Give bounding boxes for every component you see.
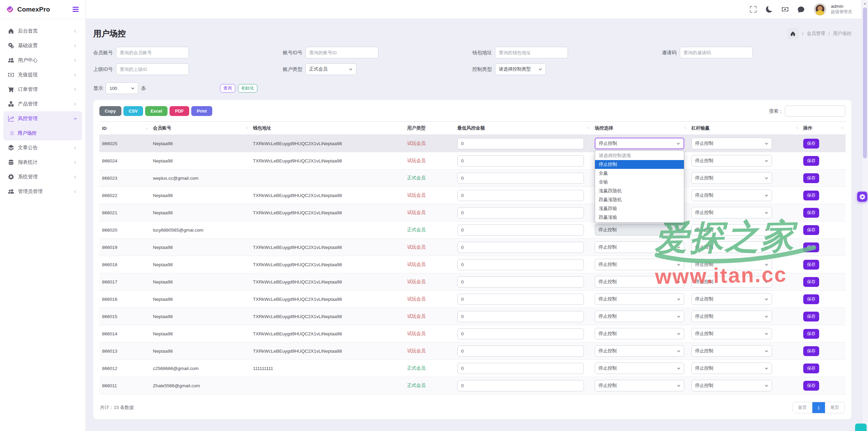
sidebar-item-list[interactable]: 用户场控 (3, 126, 82, 140)
filter-select-5[interactable]: 正式会员 (305, 63, 356, 75)
control-select[interactable]: 停止控制 (595, 328, 684, 339)
scrollbar-up-arrow[interactable]: ▲ (862, 1, 868, 6)
save-button[interactable]: 保存 (803, 260, 819, 270)
export-copy-button[interactable]: Copy (99, 106, 121, 116)
sidebar-item-cart[interactable]: 订单管理 (3, 82, 82, 97)
reset-button[interactable]: 初始化 (238, 84, 258, 93)
save-button[interactable]: 保存 (803, 139, 819, 149)
sidebar-item-home[interactable]: 后台首页 (3, 24, 82, 38)
leverage-select[interactable]: 停止控制 (691, 328, 772, 339)
save-button[interactable]: 保存 (803, 312, 819, 321)
leverage-select[interactable]: 停止控制 (691, 155, 772, 166)
control-select[interactable]: 停止控制 (595, 363, 684, 374)
fullscreen-icon[interactable] (750, 6, 756, 13)
sidebar-item-layers[interactable]: 文章公告 (3, 140, 82, 155)
control-select[interactable]: 停止控制 (595, 311, 684, 322)
sidebar-item-cash[interactable]: 充值提现 (3, 67, 82, 82)
leverage-select[interactable]: 停止控制 (691, 190, 772, 201)
dropdown-option[interactable]: 全输 (595, 178, 684, 187)
sidebar-item-gear[interactable]: 系统管理 (3, 170, 82, 184)
dropdown-option[interactable]: 全赢 (595, 169, 684, 178)
amount-input[interactable] (457, 363, 584, 374)
leverage-select[interactable]: 停止控制 (691, 293, 772, 305)
export-pdf-button[interactable]: PDF (170, 106, 189, 116)
amount-input[interactable] (457, 190, 584, 201)
control-select[interactable]: 停止控制 (595, 293, 684, 305)
control-select[interactable]: 停止控制 (595, 276, 684, 288)
amount-input[interactable] (457, 242, 584, 253)
sidebar-item-chart[interactable]: 风控管理 (3, 111, 82, 126)
control-select[interactable]: 停止控制 (595, 380, 684, 391)
amount-input[interactable] (457, 138, 584, 149)
scrollbar-thumb[interactable] (863, 7, 867, 158)
dropdown-option[interactable]: 跌赢涨输 (595, 213, 684, 222)
export-print-button[interactable]: Print (191, 106, 212, 116)
save-button[interactable]: 保存 (803, 173, 819, 183)
sidebar-item-coins[interactable]: 报表统计 (3, 155, 82, 170)
dropdown-option[interactable]: 涨赢跌输 (595, 204, 684, 213)
column-header[interactable]: ↑↓会员账号 (150, 122, 250, 135)
sort-icon[interactable]: ↑↓ (796, 126, 798, 130)
dropdown-option[interactable]: 跌赢涨随机 (595, 195, 684, 204)
amount-input[interactable] (457, 311, 584, 322)
pagination-page-1[interactable]: 1 (812, 402, 825, 413)
home-icon[interactable] (787, 28, 799, 39)
export-excel-button[interactable]: Excel (145, 106, 167, 116)
search-input[interactable] (785, 105, 845, 117)
sidebar-item-users[interactable]: 用户中心 (3, 53, 82, 67)
leverage-select[interactable]: 停止控制 (691, 345, 772, 357)
column-header[interactable]: ↑↓杠杆输赢 (689, 122, 801, 135)
control-select[interactable]: 停止控制 (595, 138, 684, 149)
leverage-select[interactable]: 停止控制 (691, 224, 772, 236)
sidebar-item-people[interactable]: 管理员管理 (3, 184, 82, 199)
amount-input[interactable] (457, 173, 584, 184)
filter-input-1[interactable] (305, 47, 378, 58)
amount-input[interactable] (457, 155, 584, 166)
leverage-select[interactable]: 停止控制 (691, 259, 772, 270)
save-button[interactable]: 保存 (803, 277, 819, 287)
save-button[interactable]: 保存 (803, 191, 819, 200)
amount-input[interactable] (457, 276, 584, 288)
sort-icon[interactable]: ↑↓ (684, 126, 686, 130)
pagination-first[interactable]: 首页 (793, 402, 812, 413)
dropdown-option[interactable]: 停止控制 (595, 160, 684, 169)
leverage-select[interactable]: 停止控制 (691, 276, 772, 288)
dropdown-option[interactable]: 请选择控制选项 (595, 151, 684, 160)
filter-input-3[interactable] (680, 47, 753, 58)
column-header[interactable]: ↑↓最低风控金额 (455, 122, 592, 135)
leverage-select[interactable]: 停止控制 (691, 380, 772, 391)
amount-input[interactable] (457, 294, 584, 305)
breadcrumb-parent[interactable]: 会员管理 (807, 31, 825, 37)
filter-input-2[interactable] (495, 47, 568, 58)
dark-mode-icon[interactable] (766, 6, 772, 13)
amount-input[interactable] (457, 259, 584, 270)
column-header[interactable]: ↑↓操作 (801, 122, 846, 135)
leverage-select[interactable]: 停止控制 (691, 207, 772, 218)
save-button[interactable]: 保存 (803, 294, 819, 304)
amount-input[interactable] (457, 224, 584, 236)
leverage-select[interactable]: 停止控制 (691, 172, 772, 184)
save-button[interactable]: 保存 (803, 242, 819, 252)
save-button[interactable]: 保存 (803, 381, 819, 391)
pagination-last[interactable]: 尾页 (825, 402, 844, 413)
control-select[interactable]: 停止控制 (595, 224, 684, 236)
scrollbar[interactable]: ▲ ▼ (862, 0, 868, 431)
avatar[interactable] (814, 3, 826, 16)
amount-input[interactable] (457, 380, 584, 391)
sort-icon[interactable]: ↑↓ (145, 126, 147, 130)
corner-widget-button[interactable] (855, 424, 867, 431)
save-button[interactable]: 保存 (803, 208, 819, 218)
column-header[interactable]: ↑↓场控选择 (592, 122, 689, 135)
leverage-select[interactable]: 停止控制 (691, 241, 772, 253)
control-select[interactable]: 停止控制 (595, 345, 684, 357)
settings-button[interactable] (857, 192, 867, 202)
save-button[interactable]: 保存 (803, 156, 819, 166)
sort-icon[interactable]: ↑↓ (587, 126, 589, 130)
page-size-select[interactable]: 100 (106, 82, 138, 94)
export-csv-button[interactable]: CSV (123, 106, 143, 116)
filter-select-6[interactable]: 请选择控制类型 (495, 63, 546, 75)
query-button[interactable]: 查询 (220, 84, 235, 93)
sort-icon[interactable]: ↑↓ (841, 126, 843, 130)
sidebar-item-boxes[interactable]: 产品管理 (3, 97, 82, 111)
save-button[interactable]: 保存 (803, 225, 819, 235)
